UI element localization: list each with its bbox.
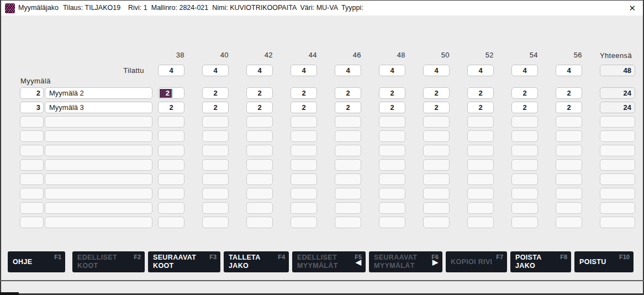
empty-grid-cell[interactable] (511, 130, 538, 142)
empty-grid-cell[interactable] (335, 145, 361, 156)
empty-grid-cell[interactable] (246, 116, 273, 128)
talleta-jako-button[interactable]: TALLETA JAKO F4 (224, 251, 289, 272)
empty-grid-cell[interactable] (467, 202, 494, 214)
qty-cell[interactable]: 2 (246, 102, 273, 113)
empty-grid-cell[interactable] (511, 116, 538, 128)
empty-grid-cell[interactable] (20, 217, 44, 228)
empty-grid-cell[interactable] (45, 145, 152, 156)
store-id-field[interactable]: 3 (20, 102, 44, 113)
ordered-qty-cell[interactable]: 4 (291, 65, 317, 76)
empty-grid-cell[interactable] (45, 217, 152, 228)
qty-cell[interactable]: 2 (423, 102, 450, 113)
empty-grid-cell[interactable] (335, 217, 361, 228)
ohje-button[interactable]: OHJE F1 (8, 251, 65, 272)
empty-grid-cell[interactable] (45, 130, 152, 142)
empty-grid-cell[interactable] (600, 217, 635, 228)
empty-grid-cell[interactable] (423, 145, 450, 156)
ordered-qty-cell[interactable]: 4 (423, 65, 450, 76)
qty-cell[interactable]: 2 (467, 102, 494, 113)
empty-grid-cell[interactable] (158, 217, 184, 228)
qty-cell[interactable]: 2 (202, 102, 229, 113)
empty-grid-cell[interactable] (556, 188, 582, 199)
ordered-qty-cell[interactable]: 4 (202, 65, 229, 76)
empty-grid-cell[interactable] (467, 116, 494, 128)
empty-grid-cell[interactable] (20, 159, 44, 171)
empty-grid-cell[interactable] (423, 116, 450, 128)
empty-grid-cell[interactable] (335, 202, 361, 214)
empty-grid-cell[interactable] (20, 116, 44, 128)
empty-grid-cell[interactable] (379, 188, 405, 199)
empty-grid-cell[interactable] (291, 159, 317, 171)
qty-cell[interactable]: 2 (246, 87, 273, 99)
empty-grid-cell[interactable] (379, 173, 405, 185)
empty-grid-cell[interactable] (291, 202, 317, 214)
empty-grid-cell[interactable] (291, 217, 317, 228)
empty-grid-cell[interactable] (45, 173, 152, 185)
empty-grid-cell[interactable] (511, 159, 538, 171)
close-icon[interactable]: ✕ (629, 1, 636, 15)
poistu-button[interactable]: POISTU F10 (574, 251, 634, 272)
empty-grid-cell[interactable] (556, 116, 582, 128)
empty-grid-cell[interactable] (45, 159, 152, 171)
empty-grid-cell[interactable] (158, 130, 184, 142)
empty-grid-cell[interactable] (423, 217, 450, 228)
poista-jako-button[interactable]: POISTA JAKO F8 (510, 251, 571, 272)
empty-grid-cell[interactable] (467, 145, 494, 156)
qty-cell[interactable]: 2 (291, 87, 317, 99)
empty-grid-cell[interactable] (246, 173, 273, 185)
empty-grid-cell[interactable] (291, 188, 317, 199)
empty-grid-cell[interactable] (379, 159, 405, 171)
empty-grid-cell[interactable] (20, 130, 44, 142)
ordered-qty-cell[interactable]: 4 (556, 65, 582, 76)
empty-grid-cell[interactable] (423, 130, 450, 142)
empty-grid-cell[interactable] (511, 145, 538, 156)
empty-grid-cell[interactable] (600, 145, 635, 156)
empty-grid-cell[interactable] (467, 173, 494, 185)
empty-grid-cell[interactable] (45, 116, 152, 128)
empty-grid-cell[interactable] (202, 188, 229, 199)
store-name-field[interactable]: Myymälä 3 (45, 102, 152, 113)
qty-cell[interactable]: 2 (379, 102, 405, 113)
empty-grid-cell[interactable] (556, 202, 582, 214)
empty-grid-cell[interactable] (20, 145, 44, 156)
empty-grid-cell[interactable] (600, 202, 635, 214)
empty-grid-cell[interactable] (45, 188, 152, 199)
empty-grid-cell[interactable] (423, 202, 450, 214)
empty-grid-cell[interactable] (511, 202, 538, 214)
empty-grid-cell[interactable] (246, 145, 273, 156)
empty-grid-cell[interactable] (423, 159, 450, 171)
empty-grid-cell[interactable] (202, 116, 229, 128)
qty-cell[interactable]: 2 (511, 102, 538, 113)
empty-grid-cell[interactable] (246, 159, 273, 171)
empty-grid-cell[interactable] (246, 202, 273, 214)
empty-grid-cell[interactable] (335, 130, 361, 142)
empty-grid-cell[interactable] (556, 130, 582, 142)
qty-cell[interactable]: 2 (511, 87, 538, 99)
qty-cell[interactable]: 2 (556, 87, 582, 99)
empty-grid-cell[interactable] (556, 173, 582, 185)
empty-grid-cell[interactable] (202, 202, 229, 214)
empty-grid-cell[interactable] (335, 188, 361, 199)
ordered-qty-cell[interactable]: 4 (246, 65, 273, 76)
empty-grid-cell[interactable] (511, 217, 538, 228)
seuraavat-koot-button[interactable]: SEURAAVAT KOOT F3 (148, 251, 220, 272)
empty-grid-cell[interactable] (202, 130, 229, 142)
qty-cell[interactable]: 2 (423, 87, 450, 99)
qty-cell[interactable]: 2 (158, 102, 184, 113)
empty-grid-cell[interactable] (202, 159, 229, 171)
store-id-field[interactable]: 2 (20, 87, 44, 99)
empty-grid-cell[interactable] (20, 202, 44, 214)
empty-grid-cell[interactable] (335, 116, 361, 128)
empty-grid-cell[interactable] (20, 188, 44, 199)
empty-grid-cell[interactable] (467, 217, 494, 228)
empty-grid-cell[interactable] (158, 202, 184, 214)
empty-grid-cell[interactable] (291, 130, 317, 142)
empty-grid-cell[interactable] (379, 130, 405, 142)
empty-grid-cell[interactable] (246, 130, 273, 142)
ordered-qty-cell[interactable]: 4 (335, 65, 361, 76)
empty-grid-cell[interactable] (556, 217, 582, 228)
empty-grid-cell[interactable] (556, 159, 582, 171)
qty-cell[interactable]: 2 (202, 87, 229, 99)
qty-cell[interactable]: 2 (291, 102, 317, 113)
empty-grid-cell[interactable] (202, 173, 229, 185)
